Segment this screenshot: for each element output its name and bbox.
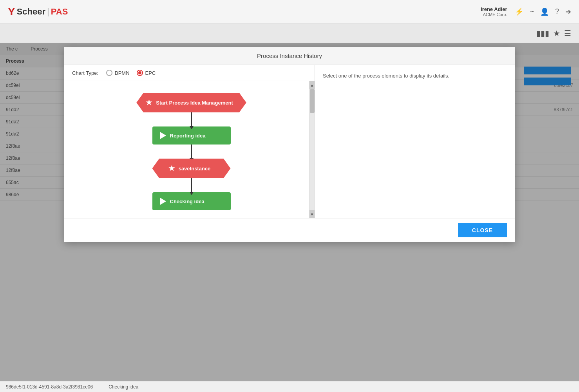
- checking-play-icon: [160, 198, 166, 205]
- arrow-1: [191, 112, 192, 126]
- epc-label: EPC: [145, 70, 156, 76]
- modal-overlay: Process Instance History Chart Type: BPM…: [0, 43, 579, 392]
- star-chart-icon[interactable]: ★: [553, 29, 560, 38]
- modal-body: Chart Type: BPMN EPC: [64, 65, 515, 218]
- nav-right: Irene Adler ACME Corp. ⚡ ~ 👤 ? ➔: [481, 6, 571, 17]
- arrow-3: [191, 178, 192, 192]
- detail-placeholder: Select one of the process elements to di…: [323, 73, 449, 79]
- chart-scroll-container: ▲ ▼ ★ Start Pro: [64, 81, 315, 218]
- scroll-thumb[interactable]: [310, 89, 315, 113]
- reporting-idea-label: Reporting idea: [170, 133, 206, 139]
- modal-title: Process Instance History: [257, 52, 322, 59]
- status-id: 986de5f1-013d-4591-8a8d-3a2f3981ce06: [6, 384, 93, 390]
- logo: Y Scheer | PAS: [8, 5, 68, 18]
- arrow-2: [191, 145, 192, 159]
- bar-chart-icon[interactable]: ▮▮▮: [536, 29, 549, 38]
- reporting-play-icon: [160, 132, 166, 139]
- scroll-track: [309, 89, 315, 218]
- chart-type-label: Chart Type:: [72, 70, 98, 76]
- logo-scheer: Scheer: [17, 7, 45, 17]
- status-label: Checking idea: [109, 384, 138, 390]
- logo-separator: |: [47, 7, 49, 17]
- logo-v-icon: Y: [8, 5, 15, 18]
- scroll-down-btn[interactable]: ▼: [309, 210, 315, 218]
- user-company: ACME Corp.: [481, 12, 507, 17]
- secondary-toolbar: ▮▮▮ ★ ☰: [0, 23, 579, 43]
- close-button[interactable]: CLOSE: [458, 223, 507, 237]
- epc-diagram: ★ Start Process Idea Management: [64, 81, 315, 218]
- bpmn-label: BPMN: [115, 70, 130, 76]
- list-icon[interactable]: ☰: [564, 29, 571, 38]
- save-instance-label: saveInstance: [179, 166, 211, 172]
- main-area: The c Process Process bd62e dc59elcbfe2c…: [0, 43, 579, 392]
- navbar: Y Scheer | PAS Irene Adler ACME Corp. ⚡ …: [0, 0, 579, 23]
- start-event-label: Start Process Idea Management: [156, 100, 233, 106]
- scroll-up-btn[interactable]: ▲: [309, 81, 315, 89]
- share-icon[interactable]: ⚡: [515, 7, 523, 16]
- chart-panel: Chart Type: BPMN EPC: [64, 65, 315, 218]
- status-bar: 986de5f1-013d-4591-8a8d-3a2f3981ce06 Che…: [0, 381, 579, 392]
- modal-footer: CLOSE: [64, 218, 515, 242]
- chart-type-bar: Chart Type: BPMN EPC: [64, 65, 315, 81]
- detail-panel: Select one of the process elements to di…: [315, 65, 515, 218]
- save-event-star-icon: ★: [168, 164, 175, 173]
- bpmn-radio-circle[interactable]: [106, 70, 112, 76]
- scrollbar-right[interactable]: ▲ ▼: [309, 81, 315, 218]
- user-icon[interactable]: 👤: [540, 7, 549, 16]
- logo-pas: PAS: [51, 7, 68, 17]
- save-instance-node[interactable]: ★ saveInstance: [152, 159, 231, 178]
- epc-radio[interactable]: EPC: [137, 70, 156, 76]
- radio-group: BPMN EPC: [106, 70, 156, 76]
- start-event-star-icon: ★: [146, 98, 152, 107]
- user-info: Irene Adler ACME Corp.: [481, 6, 507, 17]
- modal-header: Process Instance History: [64, 47, 515, 65]
- nav-icons: ⚡ ~ 👤 ? ➔: [515, 7, 571, 16]
- epc-radio-circle[interactable]: [137, 70, 143, 76]
- modal-dialog: Process Instance History Chart Type: BPM…: [64, 47, 515, 242]
- activity-icon[interactable]: ~: [530, 7, 534, 16]
- user-name: Irene Adler: [481, 6, 507, 12]
- checking-idea-label: Checking idea: [170, 199, 204, 204]
- logout-icon[interactable]: ➔: [565, 7, 571, 16]
- start-event-node[interactable]: ★ Start Process Idea Management: [136, 93, 246, 112]
- bpmn-radio[interactable]: BPMN: [106, 70, 130, 76]
- help-icon[interactable]: ?: [555, 7, 559, 16]
